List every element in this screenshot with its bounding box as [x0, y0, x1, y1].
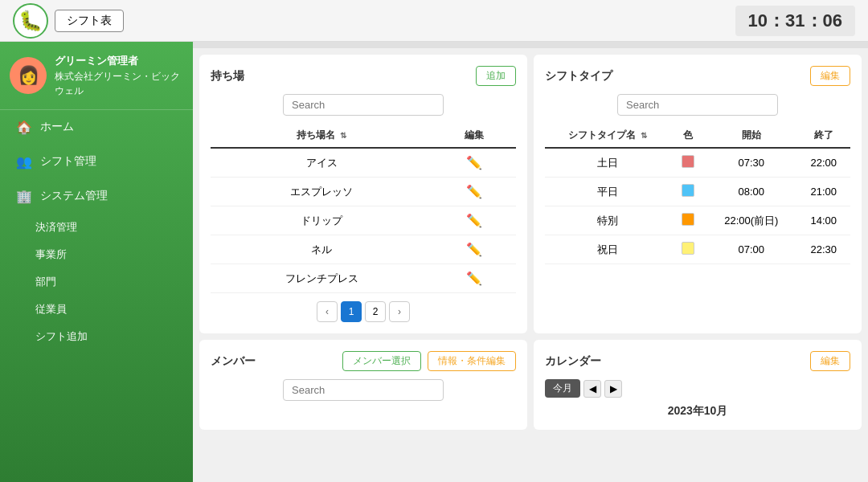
- edit-icon-button[interactable]: ✏️: [466, 271, 482, 286]
- shift-type-row-start: 08:00: [706, 178, 797, 206]
- shift-type-row-start: 22:00(前日): [706, 206, 797, 235]
- home-icon: 🏠: [16, 120, 32, 135]
- avatar: 👩: [10, 57, 47, 94]
- sidebar: 👩 グリーミン管理者 株式会社グリーミン・ビックウェル 🏠 ホーム 👥 シフト管…: [0, 42, 193, 482]
- shift-type-col-start: 開始: [706, 124, 797, 148]
- calendar-card: カレンダー 編集 今月 ◀ ▶ 2023年10月: [534, 340, 862, 430]
- mochiba-row-name: ネル: [211, 235, 433, 264]
- member-title: メンバー: [211, 354, 256, 369]
- main-content: 持ち場 追加 持ち場名 ⇅ 編集 アイス ✏️: [193, 42, 868, 482]
- logo-icon: 🐛: [13, 3, 48, 39]
- mochiba-title: 持ち場: [211, 69, 244, 84]
- edit-icon-button[interactable]: ✏️: [466, 184, 482, 199]
- mochiba-row-name: フレンチプレス: [211, 264, 433, 293]
- shift-type-edit-button[interactable]: 編集: [810, 66, 850, 86]
- user-section: 👩 グリーミン管理者 株式会社グリーミン・ビックウェル: [0, 42, 193, 110]
- shift-type-search-input[interactable]: [617, 94, 778, 116]
- table-row: アイス ✏️: [211, 148, 516, 178]
- shift-type-row-color: [670, 178, 706, 206]
- shift-type-row-name: 土日: [545, 148, 670, 178]
- member-search-input[interactable]: [283, 379, 444, 401]
- table-row: ネル ✏️: [211, 235, 516, 264]
- shift-type-row-end: 21:00: [797, 178, 850, 206]
- mochiba-search-input[interactable]: [283, 94, 444, 116]
- edit-icon-button[interactable]: ✏️: [466, 213, 482, 228]
- grid-layout: 持ち場 追加 持ち場名 ⇅ 編集 アイス ✏️: [193, 48, 868, 436]
- page-next-button[interactable]: ›: [389, 301, 410, 322]
- mochiba-row-name: アイス: [211, 148, 433, 178]
- shift-table-button[interactable]: シフト表: [55, 10, 124, 32]
- header: 🐛 シフト表 10：31：06: [0, 0, 868, 42]
- shift-type-col-color: 色: [670, 124, 706, 148]
- mochiba-row-name: ドリップ: [211, 206, 433, 235]
- shift-type-row-color: [670, 148, 706, 178]
- calendar-nav: 今月 ◀ ▶: [545, 379, 850, 398]
- sidebar-sub-office[interactable]: 事業所: [0, 241, 193, 268]
- user-company: 株式会社グリーミン・ビックウェル: [55, 69, 183, 98]
- page-2-button[interactable]: 2: [365, 301, 386, 322]
- condition-edit-button[interactable]: 情報・条件編集: [428, 351, 516, 371]
- sidebar-sub-payment[interactable]: 決済管理: [0, 214, 193, 241]
- today-button[interactable]: 今月: [545, 379, 580, 398]
- edit-icon-button[interactable]: ✏️: [466, 242, 482, 257]
- logo-section: 🐛 シフト表: [13, 3, 124, 39]
- shift-type-row-start: 07:30: [706, 148, 797, 178]
- scroll-top: [193, 42, 868, 48]
- table-row: フレンチプレス ✏️: [211, 264, 516, 293]
- shift-type-title: シフトタイプ: [545, 69, 612, 84]
- sidebar-item-system[interactable]: 🏢 システム管理: [0, 179, 193, 214]
- sort-icon: ⇅: [340, 131, 346, 140]
- table-row: 平日 08:00 21:00: [545, 178, 850, 206]
- shift-type-row-end: 14:00: [797, 206, 850, 235]
- shift-type-col-name: シフトタイプ名 ⇅: [545, 124, 670, 148]
- shift-type-row-end: 22:30: [797, 235, 850, 264]
- mochiba-table: 持ち場名 ⇅ 編集 アイス ✏️ エスプレッソ ✏️ ドリップ ✏️ ネル ✏️…: [211, 124, 516, 293]
- mochiba-add-button[interactable]: 追加: [476, 66, 516, 86]
- shift-type-row-name: 祝日: [545, 235, 670, 264]
- sidebar-item-label: システム管理: [40, 189, 108, 203]
- page-prev-button[interactable]: ‹: [317, 301, 338, 322]
- sort-icon: ⇅: [641, 131, 647, 140]
- sidebar-item-home[interactable]: 🏠 ホーム: [0, 110, 193, 145]
- mochiba-col-edit: 編集: [433, 124, 516, 148]
- shift-type-card: シフトタイプ 編集 シフトタイプ名 ⇅ 色 開始 終了: [534, 55, 862, 333]
- mochiba-col-name: 持ち場名 ⇅: [211, 124, 433, 148]
- table-row: 祝日 07:00 22:30: [545, 235, 850, 264]
- shift-type-row-name: 特別: [545, 206, 670, 235]
- shift-type-row-color: [670, 206, 706, 235]
- shift-type-row-color: [670, 235, 706, 264]
- shift-icon: 👥: [16, 154, 32, 170]
- calendar-month-display: 2023年10月: [545, 404, 850, 419]
- mochiba-row-name: エスプレッソ: [211, 178, 433, 206]
- shift-type-row-start: 07:00: [706, 235, 797, 264]
- sidebar-sub-shift-add[interactable]: シフト追加: [0, 323, 193, 350]
- sidebar-item-label: シフト管理: [40, 154, 96, 169]
- sidebar-sub-employee[interactable]: 従業員: [0, 296, 193, 323]
- shift-type-row-end: 22:00: [797, 148, 850, 178]
- table-row: エスプレッソ ✏️: [211, 178, 516, 206]
- system-icon: 🏢: [16, 189, 32, 204]
- member-card: メンバー メンバー選択 情報・条件編集: [199, 340, 527, 430]
- member-select-button[interactable]: メンバー選択: [342, 351, 421, 371]
- sidebar-sub-department[interactable]: 部門: [0, 268, 193, 296]
- table-row: 土日 07:30 22:00: [545, 148, 850, 178]
- shift-type-row-name: 平日: [545, 178, 670, 206]
- table-row: 特別 22:00(前日) 14:00: [545, 206, 850, 235]
- shift-type-table: シフトタイプ名 ⇅ 色 開始 終了 土日 07:30 22:00 平日 08:0…: [545, 124, 850, 264]
- calendar-edit-button[interactable]: 編集: [810, 351, 850, 371]
- mochiba-card: 持ち場 追加 持ち場名 ⇅ 編集 アイス ✏️: [199, 55, 527, 333]
- sidebar-item-label: ホーム: [40, 120, 74, 134]
- mochiba-pagination: ‹ 1 2 ›: [211, 301, 516, 322]
- sidebar-item-shift[interactable]: 👥 シフト管理: [0, 145, 193, 179]
- user-name: グリーミン管理者: [55, 53, 183, 69]
- shift-type-col-end: 終了: [797, 124, 850, 148]
- calendar-title: カレンダー: [545, 354, 601, 369]
- table-row: ドリップ ✏️: [211, 206, 516, 235]
- clock-display: 10：31：06: [735, 6, 855, 36]
- edit-icon-button[interactable]: ✏️: [466, 155, 482, 170]
- next-month-button[interactable]: ▶: [604, 380, 622, 398]
- prev-month-button[interactable]: ◀: [583, 380, 601, 398]
- page-1-button[interactable]: 1: [341, 301, 362, 322]
- main-layout: 👩 グリーミン管理者 株式会社グリーミン・ビックウェル 🏠 ホーム 👥 シフト管…: [0, 42, 868, 482]
